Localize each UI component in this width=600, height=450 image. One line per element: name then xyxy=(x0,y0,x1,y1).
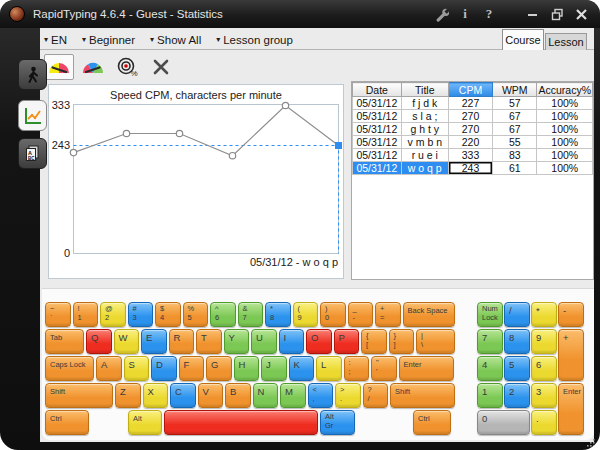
column-header-accuracy[interactable]: Accuracy% xyxy=(537,83,593,97)
report-pages-icon: A BC xyxy=(23,144,42,163)
chart-point-selected[interactable] xyxy=(335,142,342,149)
key-g: G xyxy=(206,356,232,381)
table-cell[interactable]: 270 xyxy=(448,110,492,123)
table-cell[interactable]: 55 xyxy=(493,136,537,149)
sidebar-item-lessons[interactable] xyxy=(18,59,47,90)
key-shift: Shift xyxy=(45,383,113,408)
column-header-wpm[interactable]: WPM xyxy=(493,83,537,97)
table-cell[interactable]: 100% xyxy=(537,162,593,175)
speed-wpm-chart-button[interactable] xyxy=(78,54,108,80)
table-cell[interactable]: 67 xyxy=(493,110,537,123)
table-cell[interactable]: v m b n xyxy=(401,136,448,149)
close-button[interactable] xyxy=(572,5,590,23)
key-space xyxy=(164,410,318,435)
table-cell[interactable]: 100% xyxy=(537,149,593,162)
chart-point[interactable] xyxy=(123,130,129,136)
table-cell[interactable]: 05/31/12 xyxy=(353,162,402,175)
key-enter: Enter xyxy=(558,383,584,435)
key-?/: ?/ xyxy=(363,383,389,408)
numpad-keyboard: NumLock/*-789+456123Enter0. xyxy=(477,302,584,435)
key-alt: Alt xyxy=(128,410,162,435)
key-)0: )0 xyxy=(320,302,346,327)
table-cell[interactable]: s l a ; xyxy=(401,110,448,123)
chart-point[interactable] xyxy=(282,102,288,108)
resize-grip[interactable] xyxy=(585,437,596,448)
table-row: 05/31/12s l a ;27067100% xyxy=(353,110,593,123)
table-cell[interactable]: 67 xyxy=(493,123,537,136)
tab-course[interactable]: Course xyxy=(502,29,544,50)
table-cell[interactable]: r u e i xyxy=(401,149,448,162)
table-cell[interactable]: 05/31/12 xyxy=(353,136,402,149)
chart-point[interactable] xyxy=(176,130,182,136)
chevron-down-icon: ▾ xyxy=(82,36,86,44)
filter-dropdown[interactable]: ▾ Show All xyxy=(150,34,201,46)
grouping-dropdown[interactable]: ▾ Lesson group xyxy=(216,34,293,46)
table-cell[interactable]: w o q p xyxy=(401,162,448,175)
table-cell[interactable]: 05/31/12 xyxy=(353,149,402,162)
key-<,: <, xyxy=(308,383,334,408)
options-button[interactable] xyxy=(432,5,450,23)
table-cell[interactable]: 05/31/12 xyxy=(353,110,402,123)
table-cell[interactable]: 61 xyxy=(493,162,537,175)
chart-y-tick: 333 xyxy=(49,99,70,111)
key-^6: ^6 xyxy=(210,302,236,327)
table-cell[interactable]: 227 xyxy=(448,97,492,110)
table-cell[interactable]: 100% xyxy=(537,136,593,149)
chart-point[interactable] xyxy=(70,149,76,155)
table-cell[interactable]: 100% xyxy=(537,110,593,123)
table-cell[interactable]: g h t y xyxy=(401,123,448,136)
table-cell[interactable]: f j d k xyxy=(401,97,448,110)
key-}]: }] xyxy=(389,329,415,354)
chart-point[interactable] xyxy=(229,153,235,159)
key-y: Y xyxy=(224,329,250,354)
table-cell[interactable]: 57 xyxy=(493,97,537,110)
info-button[interactable]: i xyxy=(456,5,474,23)
key-@2: @2 xyxy=(100,302,126,327)
language-dropdown[interactable]: ▾ EN xyxy=(44,34,67,46)
column-header-title[interactable]: Title xyxy=(401,83,448,97)
column-header-date[interactable]: Date xyxy=(353,83,402,97)
app-logo-icon xyxy=(9,6,25,22)
table-cell[interactable]: 270 xyxy=(448,123,492,136)
accuracy-chart-button[interactable]: % xyxy=(112,54,142,80)
course-dropdown[interactable]: ▾ Beginner xyxy=(82,34,135,46)
key-3: 3 xyxy=(531,383,557,408)
keyboard-panel: ~`!1@2#3$4%5^6&7*8(9)0_-+=Back SpaceTabQ… xyxy=(42,288,594,440)
key-+=: += xyxy=(375,302,401,327)
key-ctrl: Ctrl xyxy=(45,410,89,435)
close-chart-x-icon xyxy=(152,59,170,75)
help-glyph: ? xyxy=(486,6,493,22)
key-altgr: AltGr xyxy=(320,410,355,435)
restore-button[interactable] xyxy=(548,5,566,23)
main-keyboard: ~`!1@2#3$4%5^6&7*8(9)0_-+=Back SpaceTabQ… xyxy=(45,302,457,437)
chart-title: Speed CPM, characters per minute xyxy=(49,89,343,101)
sidebar-item-statistics[interactable] xyxy=(18,100,47,131)
title-bar[interactable]: RapidTyping 4.6.4 - Guest - Statistics i… xyxy=(0,0,600,28)
restore-icon xyxy=(551,8,564,21)
key-%5: %5 xyxy=(183,302,209,327)
table-cell[interactable]: 05/31/12 xyxy=(353,97,402,110)
speed-cpm-chart-button[interactable] xyxy=(44,54,74,80)
table-cell[interactable]: 243 xyxy=(448,162,492,175)
help-button[interactable]: ? xyxy=(480,5,498,23)
chart-plot[interactable] xyxy=(73,104,339,254)
app-window: RapidTyping 4.6.4 - Guest - Statistics i… xyxy=(0,0,600,450)
table-cell[interactable]: 83 xyxy=(493,149,537,162)
minimize-button[interactable] xyxy=(524,5,542,23)
close-chart-button[interactable] xyxy=(146,54,176,80)
key-|\: |\ xyxy=(416,329,455,354)
table-cell[interactable]: 100% xyxy=(537,123,593,136)
key-k: K xyxy=(289,356,315,381)
key-/: / xyxy=(504,302,530,327)
key-n: N xyxy=(253,383,279,408)
key-8: 8 xyxy=(504,329,530,354)
table-cell[interactable]: 05/31/12 xyxy=(353,123,402,136)
table-cell[interactable]: 100% xyxy=(537,97,593,110)
column-header-cpm[interactable]: CPM xyxy=(448,83,492,97)
keyboard-row: CtrlAltAltGrCtrl xyxy=(45,410,457,435)
table-cell[interactable]: 333 xyxy=(448,149,492,162)
table-cell[interactable]: 220 xyxy=(448,136,492,149)
close-icon xyxy=(575,8,588,21)
sidebar-item-reports[interactable]: A BC xyxy=(18,138,47,169)
tab-lesson[interactable]: Lesson xyxy=(545,33,587,50)
